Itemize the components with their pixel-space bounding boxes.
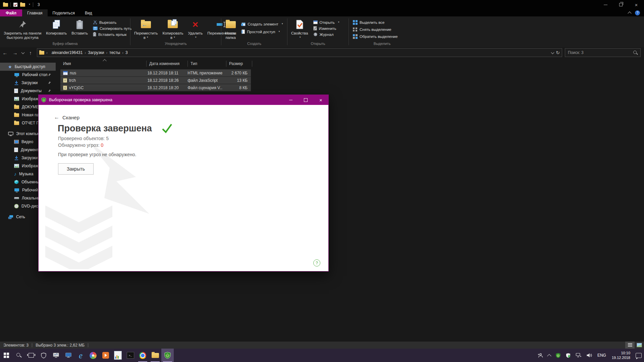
- address-bar[interactable]: › alexander196431 › Загрузки › тесты › 3…: [37, 48, 562, 57]
- history-button[interactable]: Журнал: [313, 32, 340, 37]
- move-to-button[interactable]: ← Переместить в▼: [132, 18, 160, 42]
- dialog-minimize-button[interactable]: [283, 95, 298, 105]
- monitor-app-button[interactable]: [50, 349, 62, 362]
- pin-to-quick-access-button[interactable]: Закрепить на панели быстрого доступа: [1, 18, 44, 42]
- chrome-button[interactable]: [137, 349, 149, 362]
- new-folder-icon: [226, 18, 236, 31]
- delete-x-icon: ×: [193, 18, 199, 31]
- nav-up-button[interactable]: ↑: [25, 50, 36, 56]
- minimize-button[interactable]: [598, 0, 613, 9]
- clock[interactable]: 10:10 19.12.2018: [609, 351, 633, 360]
- nav-forward-button[interactable]: →: [10, 50, 20, 56]
- sidebar-item-documents[interactable]: Документы: [0, 87, 56, 95]
- column-header-size[interactable]: Размер: [226, 61, 252, 67]
- pc-display-app-button[interactable]: [62, 349, 74, 362]
- invert-selection-button[interactable]: Обратить выделение: [353, 34, 398, 39]
- column-header-type[interactable]: Тип: [188, 61, 226, 67]
- dialog-maximize-button[interactable]: [298, 95, 313, 105]
- sidebar-item-downloads[interactable]: Загрузки: [0, 79, 56, 87]
- file-row-vycjgc[interactable]: vYCjGC 18.12.2018 18:20 Файл сценария V.…: [60, 84, 251, 92]
- tray-volume-icon[interactable]: [584, 349, 595, 362]
- breadcrumb-user[interactable]: alexander196431: [50, 50, 85, 55]
- delete-button[interactable]: × Удалить ▼: [185, 18, 205, 42]
- dialog-help-icon[interactable]: ?: [313, 259, 320, 266]
- tab-view[interactable]: Вид: [80, 9, 97, 16]
- taskbar-search-button[interactable]: [12, 349, 25, 362]
- details-view-button[interactable]: [625, 342, 635, 349]
- paste-shortcut-button[interactable]: Вставить ярлык: [93, 32, 131, 37]
- ribbon: Закрепить на панели быстрого доступа Коп…: [0, 16, 644, 47]
- select-all-icon: [353, 20, 358, 25]
- dialog-close-action-button[interactable]: Закрыть: [58, 163, 94, 175]
- easy-access-button[interactable]: Простой доступ▼: [241, 29, 283, 34]
- task-view-button[interactable]: [25, 349, 37, 362]
- dialog-controls: ×: [283, 95, 328, 105]
- paste-button[interactable]: Вставить: [69, 18, 90, 42]
- start-button[interactable]: [0, 349, 12, 362]
- result-message: При проверке угроз не обнаружено.: [58, 152, 136, 157]
- office-app-button[interactable]: [112, 349, 124, 362]
- select-all-button[interactable]: Выделить все: [353, 20, 398, 25]
- action-center-button[interactable]: [633, 349, 644, 362]
- people-button[interactable]: [535, 349, 545, 362]
- quick-access-toolbar: ▼ 3: [0, 2, 40, 7]
- copy-to-button[interactable]: Копировать в▼: [160, 18, 185, 42]
- search-input[interactable]: Поиск: 3: [565, 48, 641, 57]
- paint-app-button[interactable]: [87, 349, 99, 362]
- defender-app-button[interactable]: [37, 349, 50, 362]
- properties-check-icon[interactable]: [13, 2, 18, 7]
- collapse-ribbon-icon[interactable]: [628, 11, 631, 15]
- breadcrumb-downloads[interactable]: Загрузки: [86, 50, 106, 55]
- properties-icon: [296, 18, 303, 31]
- language-indicator[interactable]: ENG: [595, 353, 609, 358]
- navigation-row: ← → ↑ › alexander196431 › Загрузки › тес…: [0, 47, 644, 58]
- breadcrumb-tests[interactable]: тесты: [107, 50, 122, 55]
- tray-drweb-icon[interactable]: [553, 349, 563, 362]
- tray-network-icon[interactable]: [573, 349, 584, 362]
- recent-locations-icon[interactable]: [20, 52, 25, 54]
- open-button[interactable]: Открыть▼: [313, 20, 340, 25]
- properties-button[interactable]: Свойства ▼: [289, 18, 311, 42]
- customize-qat-caret-icon[interactable]: ▼: [29, 3, 31, 5]
- command-prompt-button[interactable]: >_: [124, 349, 137, 362]
- file-explorer-button[interactable]: [149, 349, 161, 362]
- nav-back-button[interactable]: ←: [0, 50, 10, 56]
- media-player-button[interactable]: [99, 349, 112, 362]
- cut-button[interactable]: Вырезать: [93, 20, 131, 25]
- sidebar-item-quick-access[interactable]: ★ Быстрый доступ: [0, 63, 56, 71]
- new-item-button[interactable]: Создать элемент▼: [241, 21, 283, 26]
- dialog-title: Выборочная проверка завершена: [49, 98, 112, 102]
- search-icon[interactable]: [633, 50, 638, 55]
- select-none-button[interactable]: Снять выделение: [353, 27, 398, 32]
- edit-button[interactable]: Изменить: [313, 26, 340, 31]
- copy-button[interactable]: Копировать: [44, 18, 69, 42]
- tab-file[interactable]: Файл: [0, 9, 22, 16]
- thumbnails-view-button[interactable]: [635, 342, 644, 349]
- dialog-close-button[interactable]: ×: [313, 95, 328, 105]
- system-tray: ENG 10:10 19.12.2018: [535, 349, 644, 362]
- sidebar-item-desktop[interactable]: Рабочий стол: [0, 71, 56, 79]
- copy-path-button[interactable]: Скопировать путь: [93, 26, 131, 31]
- scissors-icon: [93, 20, 97, 24]
- drweb-app-button[interactable]: [161, 349, 174, 362]
- file-row-nus[interactable]: nus 18.12.2018 18:11 HTML приложение 2 6…: [60, 69, 251, 77]
- refresh-icon[interactable]: ↻: [556, 50, 560, 55]
- address-dropdown-icon[interactable]: [551, 51, 554, 54]
- close-button[interactable]: ×: [629, 0, 644, 9]
- ribbon-group-select: Выделить все Снять выделение Обратить вы…: [349, 16, 415, 47]
- show-hidden-icons-button[interactable]: [545, 349, 553, 362]
- back-to-scanner-link[interactable]: ← Сканер: [54, 114, 79, 120]
- file-row-trch[interactable]: trch 18.12.2018 18:26 файл JavaScript 13…: [60, 77, 251, 84]
- internet-explorer-button[interactable]: e: [74, 349, 87, 362]
- group-label-create: Создать: [221, 42, 287, 47]
- breadcrumb-current[interactable]: 3: [123, 50, 130, 55]
- new-folder-qat-icon[interactable]: [20, 3, 25, 7]
- restore-button[interactable]: [613, 0, 629, 9]
- column-header-date[interactable]: Дата изменения: [147, 61, 188, 67]
- pin-icon: [48, 81, 51, 84]
- help-icon[interactable]: ?: [635, 10, 640, 15]
- tab-share[interactable]: Поделиться: [48, 9, 80, 16]
- tab-home[interactable]: Главная: [22, 9, 48, 16]
- tray-security-icon[interactable]: [563, 349, 573, 362]
- new-folder-button[interactable]: Новая папка: [223, 18, 238, 42]
